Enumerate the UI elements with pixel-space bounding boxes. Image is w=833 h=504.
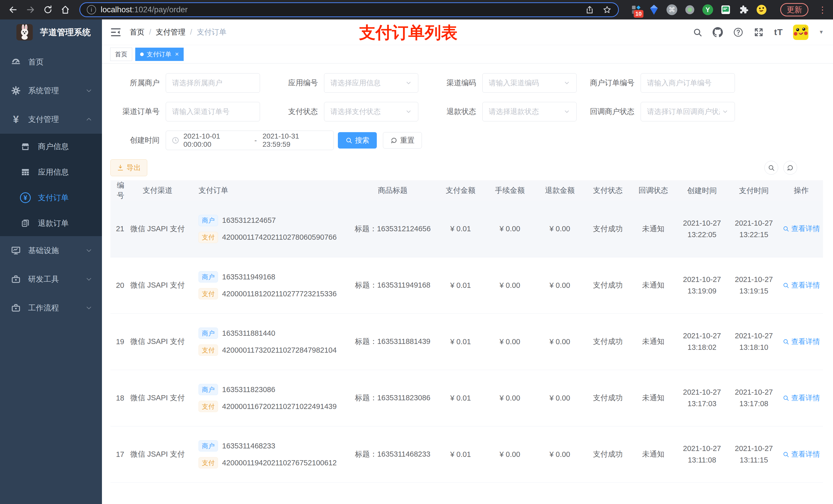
sidebar-item-dev-tools[interactable]: 研发工具 bbox=[0, 265, 102, 293]
top-navbar: 首页 / 支付管理 / 支付订单 支付订单列表 bbox=[102, 20, 833, 45]
reset-button[interactable]: 重置 bbox=[383, 132, 422, 148]
view-detail-link[interactable]: 查看详情 bbox=[783, 337, 820, 346]
merchant-tag: 商户 bbox=[198, 215, 218, 226]
channel-code-select[interactable]: 请输入渠道编码 bbox=[482, 73, 577, 93]
url-bar[interactable]: i localhost:1024/pay/order bbox=[79, 2, 619, 17]
clock-icon bbox=[172, 137, 179, 144]
table-row: 19 微信 JSAPI 支付 商户1635311881440 支付4200001… bbox=[111, 313, 823, 370]
export-button[interactable]: 导出 bbox=[111, 159, 147, 176]
refresh-icon[interactable] bbox=[783, 161, 797, 175]
filter-channel-code: 渠道编码 请输入渠道编码 bbox=[427, 73, 583, 93]
refund-status-select[interactable]: 请选择退款状态 bbox=[482, 102, 577, 121]
merchant-input[interactable] bbox=[166, 73, 260, 93]
extensions-puzzle-icon[interactable] bbox=[738, 4, 749, 16]
sidebar-item-app-info[interactable]: 应用信息 bbox=[0, 159, 102, 185]
notify-status-select[interactable]: 请选择订单回调商户状态 bbox=[641, 102, 735, 121]
url-path: :1024/pay/order bbox=[132, 5, 188, 14]
pay-status-select[interactable]: 请选择支付状态 bbox=[324, 102, 418, 121]
view-detail-link[interactable]: 查看详情 bbox=[783, 450, 820, 459]
view-detail-link[interactable]: 查看详情 bbox=[783, 393, 820, 403]
breadcrumb: 首页 / 支付管理 / 支付订单 bbox=[129, 27, 227, 38]
merchant-tag: 商户 bbox=[198, 440, 218, 452]
filter-notify-status: 回调商户状态 请选择订单回调商户状态 bbox=[585, 102, 741, 121]
search-icon[interactable] bbox=[693, 27, 703, 37]
extension-command-icon[interactable]: ⌘ bbox=[666, 4, 678, 16]
user-avatar[interactable] bbox=[793, 25, 808, 40]
sidebar-item-pay-order[interactable]: ¥ 支付订单 bbox=[0, 185, 102, 211]
dashboard-icon bbox=[10, 57, 22, 67]
payment-submenu: 商户信息 应用信息 ¥ 支付订单 bbox=[0, 134, 102, 236]
browser-menu-icon[interactable]: ⋮ bbox=[818, 5, 827, 15]
sidebar-menu: 首页 系统管理 ¥ 支付管理 bbox=[0, 48, 102, 322]
sidebar-item-system[interactable]: 系统管理 bbox=[0, 76, 102, 105]
extension-gem-icon[interactable] bbox=[648, 4, 660, 16]
merchant-tag: 商户 bbox=[198, 384, 218, 395]
extension-chat-icon[interactable] bbox=[720, 4, 732, 16]
extension-badge: 10 bbox=[634, 10, 643, 18]
merchant-tag: 商户 bbox=[198, 328, 218, 339]
page-content: 所属商户 应用编号 请选择应用信息 渠道编码 请输入渠道编码 bbox=[102, 64, 833, 504]
extension-bar: 10 ⌘ Y 更新 ⋮ bbox=[630, 3, 827, 16]
tag-close-icon[interactable]: × bbox=[175, 50, 179, 58]
sidebar-item-merchant-info[interactable]: 商户信息 bbox=[0, 134, 102, 159]
sidebar-item-payment[interactable]: ¥ 支付管理 bbox=[0, 105, 102, 134]
filter-merchant-order-no: 商户订单编号 bbox=[585, 73, 741, 93]
sidebar-item-home[interactable]: 首页 bbox=[0, 48, 102, 76]
sidebar-toggle-icon[interactable] bbox=[111, 28, 121, 37]
help-icon[interactable] bbox=[733, 27, 743, 38]
github-icon[interactable] bbox=[713, 27, 723, 38]
breadcrumb-payment[interactable]: 支付管理 bbox=[156, 27, 186, 38]
date-separator: - bbox=[254, 136, 257, 144]
chevron-down-icon bbox=[405, 80, 412, 86]
table-row: 18 微信 JSAPI 支付 商户1635311823086 支付4200001… bbox=[111, 370, 823, 426]
merchant-order-no-input[interactable] bbox=[641, 73, 735, 93]
sidebar-item-workflow[interactable]: 工作流程 bbox=[0, 293, 102, 322]
search-button[interactable]: 搜索 bbox=[338, 132, 377, 148]
app-logo[interactable]: 芋道管理系统 bbox=[0, 20, 102, 45]
avatar-dropdown-caret-icon[interactable]: ▼ bbox=[819, 29, 824, 35]
date-range-picker[interactable]: 2021-10-01 00:00:00 - 2021-10-31 23:59:5… bbox=[166, 130, 334, 150]
app-id-select[interactable]: 请选择应用信息 bbox=[324, 73, 418, 93]
table-header-row: 编号 支付渠道 支付订单 商品标题 支付金额 手续金额 退款金额 支付状态 回调… bbox=[111, 180, 823, 201]
view-detail-link[interactable]: 查看详情 bbox=[783, 281, 820, 290]
bookmark-star-icon[interactable] bbox=[603, 5, 612, 14]
extension-grid-icon[interactable]: 10 bbox=[630, 4, 642, 16]
tags-view-bar: 首页 支付订单 × bbox=[102, 45, 833, 64]
extension-emoji-icon[interactable] bbox=[756, 4, 767, 16]
pay-tag: 支付 bbox=[198, 401, 218, 412]
grid-table-icon bbox=[20, 167, 31, 177]
browser-home-icon[interactable] bbox=[58, 3, 72, 17]
toggle-search-icon[interactable] bbox=[764, 161, 778, 175]
chevron-down-icon bbox=[86, 305, 92, 311]
sidebar-item-refund-order[interactable]: 退款订单 bbox=[0, 211, 102, 236]
tag-home[interactable]: 首页 bbox=[110, 48, 132, 61]
extension-record-icon[interactable] bbox=[684, 4, 696, 16]
browser-reload-icon[interactable] bbox=[41, 3, 55, 17]
pay-tag: 支付 bbox=[198, 344, 218, 356]
filter-pay-status: 支付状态 请选择支付状态 bbox=[269, 102, 424, 121]
yen-circle-icon: ¥ bbox=[20, 192, 31, 203]
fullscreen-icon[interactable] bbox=[754, 27, 764, 38]
channel-order-no-input[interactable] bbox=[166, 102, 260, 121]
sidebar-item-infrastructure[interactable]: 基础设施 bbox=[0, 236, 102, 265]
pay-tag: 支付 bbox=[198, 232, 218, 243]
chevron-down-icon bbox=[405, 108, 412, 115]
merchant-tag: 商户 bbox=[198, 271, 218, 283]
browser-back-icon[interactable] bbox=[6, 3, 20, 17]
share-icon[interactable] bbox=[585, 5, 594, 14]
app-title: 芋道管理系统 bbox=[40, 27, 91, 38]
view-detail-link[interactable]: 查看详情 bbox=[783, 224, 820, 234]
navbar-actions: tT ▼ bbox=[693, 25, 824, 40]
table-toolbar: 导出 bbox=[111, 159, 823, 176]
browser-forward-icon[interactable] bbox=[24, 3, 38, 17]
workflow-briefcase-icon bbox=[10, 303, 22, 313]
annotation-title: 支付订单列表 bbox=[359, 22, 457, 44]
breadcrumb-home[interactable]: 首页 bbox=[129, 27, 144, 38]
tag-pay-order-active[interactable]: 支付订单 × bbox=[135, 48, 184, 61]
extension-y-icon[interactable]: Y bbox=[702, 4, 714, 16]
font-size-icon[interactable]: tT bbox=[774, 27, 783, 37]
browser-update-button[interactable]: 更新 bbox=[780, 3, 808, 16]
table-row: 21 微信 JSAPI 支付 商户1635312124657 支付4200001… bbox=[111, 201, 823, 257]
site-info-icon[interactable]: i bbox=[87, 5, 96, 14]
chevron-down-icon bbox=[564, 80, 570, 86]
